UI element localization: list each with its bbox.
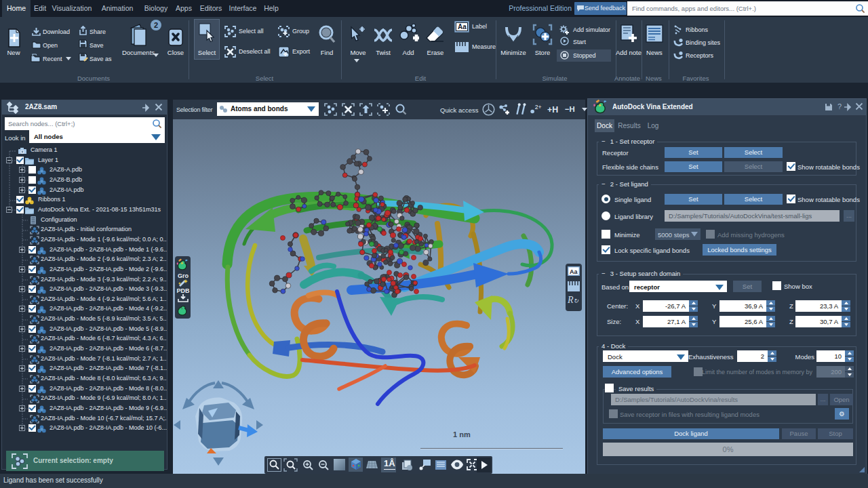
svg-text:2+: 2+ <box>535 104 542 110</box>
svg-text:Aa: Aa <box>458 23 467 30</box>
svg-text:Aa: Aa <box>570 268 578 275</box>
svg-text:−H: −H <box>565 105 575 113</box>
svg-text:+H: +H <box>547 105 558 115</box>
